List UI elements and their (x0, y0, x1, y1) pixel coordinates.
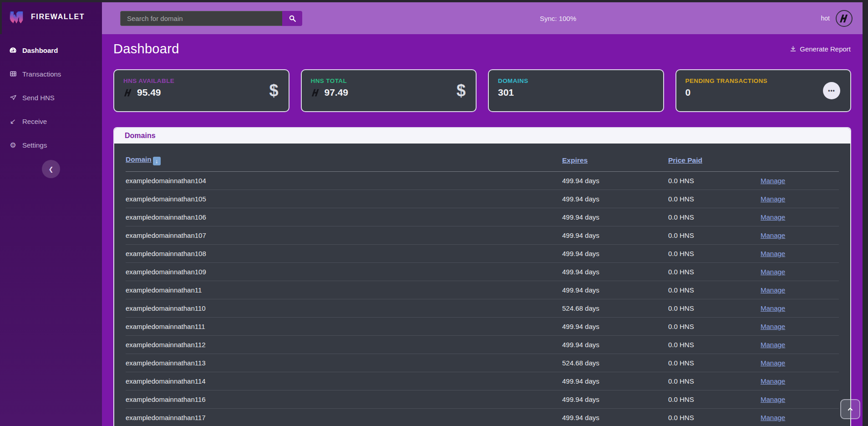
expires-cell: 499.94 days (562, 226, 668, 245)
ellipsis-icon[interactable]: ••• (823, 82, 840, 99)
price-paid-cell: 0.0 HNS (668, 409, 761, 426)
manage-link[interactable]: Manage (761, 323, 785, 330)
expires-cell: 499.94 days (562, 281, 668, 299)
sync-status: Sync: 100% (540, 2, 576, 34)
price-paid-cell: 0.0 HNS (668, 263, 761, 281)
domain-cell: exampledomainnathan105 (126, 190, 562, 208)
generate-report-button[interactable]: Generate Report (790, 45, 851, 53)
table-header-row: Domain↓ Expires Price Paid (126, 146, 839, 172)
chevron-left-icon: ❮ (49, 166, 54, 173)
table-icon (9, 70, 17, 77)
manage-link[interactable]: Manage (761, 250, 785, 257)
dollar-icon: $ (269, 81, 278, 100)
expires-cell: 499.94 days (562, 263, 668, 281)
expires-cell: 524.68 days (562, 299, 668, 318)
manage-link-cell: Manage (761, 172, 839, 190)
manage-link[interactable]: Manage (761, 195, 785, 203)
table-row: exampledomainnathan104499.94 days0.0 HNS… (126, 172, 839, 190)
sidebar-item-label: Settings (22, 141, 47, 149)
domains-panel: Domains Domain↓ Expires Price Paid examp… (113, 127, 851, 426)
search-input[interactable] (120, 11, 282, 26)
manage-link[interactable]: Manage (761, 213, 785, 221)
sort-down-icon[interactable]: ↓ (153, 157, 161, 165)
price-paid-cell: 0.0 HNS (668, 336, 761, 354)
manage-link[interactable]: Manage (761, 341, 785, 349)
price-paid-cell: 0.0 HNS (668, 372, 761, 390)
manage-link[interactable]: Manage (761, 177, 785, 185)
card-label: HNS TOTAL (311, 77, 467, 84)
manage-link-cell: Manage (761, 318, 839, 336)
manage-link-cell: Manage (761, 409, 839, 426)
manage-link-cell: Manage (761, 299, 839, 318)
column-header-expires[interactable]: Expires (562, 156, 588, 164)
card-domains: DOMAINS 301 (488, 69, 664, 112)
price-paid-cell: 0.0 HNS (668, 299, 761, 318)
sidebar-collapse-button[interactable]: ❮ (42, 160, 60, 178)
card-pending-transactions: PENDING TRANSACTIONS 0 ••• (675, 69, 852, 112)
table-row: exampledomainnathan116499.94 days0.0 HNS… (126, 390, 839, 409)
main-content: Dashboard Generate Report HNS AVAILABLE (102, 34, 863, 426)
price-paid-cell: 0.0 HNS (668, 354, 761, 372)
table-row: exampledomainnathan117499.94 days0.0 HNS… (126, 409, 839, 426)
topbar: Sync: 100% hot (102, 2, 863, 34)
sidebar-item-label: Transactions (22, 70, 61, 78)
domain-cell: exampledomainnathan112 (126, 336, 562, 354)
domains-panel-title: Domains (114, 128, 850, 144)
search-button[interactable] (282, 11, 302, 26)
scrollbar-track[interactable] (863, 0, 868, 426)
domain-cell: exampledomainnathan107 (126, 226, 562, 245)
sidebar-item-settings[interactable]: ⚙ Settings (0, 133, 102, 157)
scroll-to-top-button[interactable] (840, 399, 860, 419)
manage-link-cell: Manage (761, 208, 839, 226)
price-paid-cell: 0.0 HNS (668, 208, 761, 226)
window-left-border (0, 0, 2, 34)
price-paid-cell: 0.0 HNS (668, 172, 761, 190)
domains-table: Domain↓ Expires Price Paid exampledomain… (126, 146, 839, 426)
domain-cell: exampledomainnathan111 (126, 318, 562, 336)
receive-arrow-icon: ↙ (9, 117, 17, 126)
wallet-name: hot (821, 15, 830, 22)
table-row: exampledomainnathan107499.94 days0.0 HNS… (126, 226, 839, 245)
expires-cell: 499.94 days (562, 336, 668, 354)
column-header-price-paid[interactable]: Price Paid (668, 156, 702, 164)
manage-link[interactable]: Manage (761, 286, 785, 294)
handshake-icon[interactable] (836, 10, 853, 27)
wallet-menu[interactable]: hot (821, 10, 863, 27)
sidebar-nav: Dashboard Transactions Send HNS ↙ Receiv… (0, 34, 102, 157)
table-row: exampledomainnathan113524.68 days0.0 HNS… (126, 354, 839, 372)
sidebar-item-receive[interactable]: ↙ Receive (0, 109, 102, 133)
generate-report-label: Generate Report (800, 45, 851, 53)
handshake-icon (311, 88, 320, 98)
manage-link[interactable]: Manage (761, 414, 785, 421)
domain-cell: exampledomainnathan117 (126, 409, 562, 426)
sidebar-item-label: Dashboard (22, 46, 58, 54)
sidebar-item-send-hns[interactable]: Send HNS (0, 86, 102, 109)
manage-link[interactable]: Manage (761, 231, 785, 239)
manage-link-cell: Manage (761, 245, 839, 263)
manage-link-cell: Manage (761, 263, 839, 281)
domain-cell: exampledomainnathan106 (126, 208, 562, 226)
search-icon (289, 15, 296, 22)
table-row: exampledomainnathan106499.94 days0.0 HNS… (126, 208, 839, 226)
card-label: PENDING TRANSACTIONS (685, 77, 842, 84)
sidebar-item-transactions[interactable]: Transactions (0, 62, 102, 86)
manage-link[interactable]: Manage (761, 395, 785, 403)
card-label: HNS AVAILABLE (123, 77, 279, 84)
manage-link[interactable]: Manage (761, 377, 785, 385)
manage-link[interactable]: Manage (761, 359, 785, 367)
price-paid-cell: 0.0 HNS (668, 318, 761, 336)
domains-table-body: exampledomainnathan104499.94 days0.0 HNS… (126, 172, 839, 426)
table-row: exampledomainnathan114499.94 days0.0 HNS… (126, 372, 839, 390)
manage-link-cell: Manage (761, 336, 839, 354)
manage-link[interactable]: Manage (761, 304, 785, 312)
sidebar-item-dashboard[interactable]: Dashboard (0, 38, 102, 62)
expires-cell: 524.68 days (562, 354, 668, 372)
expires-cell: 499.94 days (562, 190, 668, 208)
stat-number: 97.49 (325, 87, 349, 98)
domain-cell: exampledomainnathan109 (126, 263, 562, 281)
brand[interactable]: FIREWALLET (0, 2, 102, 34)
chevron-up-icon (847, 405, 854, 413)
column-header-domain[interactable]: Domain (126, 155, 152, 163)
manage-link[interactable]: Manage (761, 268, 785, 276)
table-row: exampledomainnathan111499.94 days0.0 HNS… (126, 318, 839, 336)
